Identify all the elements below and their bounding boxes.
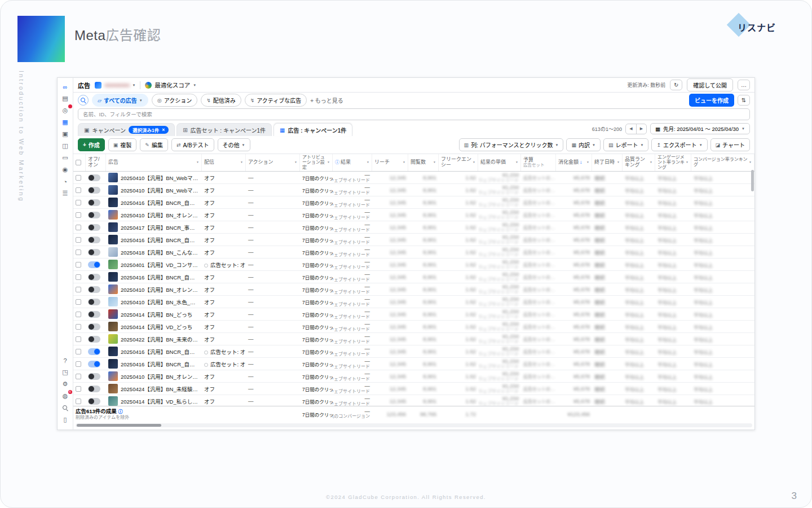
- bell-icon[interactable]: ◍4: [59, 391, 72, 401]
- ad-toggle[interactable]: [88, 199, 100, 206]
- row-checkbox[interactable]: [76, 237, 81, 243]
- ad-name[interactable]: 20250416【汎用】BNCR_自己啓発: [121, 348, 200, 356]
- duplicate-button[interactable]: ▣複製: [108, 138, 137, 151]
- col-onoff[interactable]: オフ/オン: [86, 154, 106, 171]
- row-checkbox[interactable]: [76, 312, 81, 317]
- table-row[interactable]: 20250410【汎用】BN_水色_シンプル_求人... オフ — 7日間のクリ…: [73, 296, 754, 308]
- table-row[interactable]: 20250414【汎用】VD_どっち オフ — 7日間のクリッ... —ウェブサ…: [73, 321, 754, 333]
- table-row[interactable]: 20250416【汎用】BNCR_自己啓発 オフ — 7日間のクリッ... —ウ…: [73, 234, 754, 246]
- ads-reporting-icon[interactable]: ▣: [59, 129, 72, 139]
- edit-button[interactable]: ✎編集: [140, 138, 168, 151]
- meta-logo[interactable]: ∞: [59, 81, 72, 92]
- row-checkbox[interactable]: [76, 200, 81, 205]
- ad-toggle[interactable]: [88, 249, 100, 256]
- ad-name[interactable]: 20250410【汎用】BN_オレンジ_グラデーシ...: [121, 373, 200, 380]
- sort-icon[interactable]: ▼: [294, 161, 297, 164]
- action-filter[interactable]: ◎アクション: [152, 94, 197, 107]
- row-checkbox[interactable]: [76, 386, 81, 392]
- ab-test-button[interactable]: ⇄A/Bテスト: [171, 138, 214, 151]
- export-button[interactable]: ↥エクスポート▼: [651, 138, 707, 151]
- ad-name[interactable]: 20250417【汎用】BNCR_事業会社向け: [121, 224, 200, 231]
- gear-icon[interactable]: ⚙: [59, 379, 72, 389]
- table-row[interactable]: 20250410【汎用】BN_Webマーケターの1日 オフ — 7日間のクリッ.…: [73, 184, 754, 196]
- ad-toggle[interactable]: [88, 336, 100, 343]
- ad-toggle[interactable]: [88, 286, 100, 293]
- tab-campaigns[interactable]: ▣ キャンペーン 選択済み1件×: [78, 123, 175, 136]
- ad-name[interactable]: 20250410【汎用】BN_Webマーケターの1日: [121, 174, 200, 182]
- table-row[interactable]: 20250414【汎用】BN_どっち オフ — 7日間のクリッ... —ウェブサ…: [73, 308, 754, 321]
- delivered-filter[interactable]: ↯配信済み: [201, 94, 241, 107]
- selected-count-badge[interactable]: 選択済み1件×: [129, 126, 169, 134]
- sort-icon[interactable]: ▼: [650, 161, 652, 164]
- refresh-button[interactable]: ↻: [670, 80, 682, 90]
- date-range-picker[interactable]: ▦先月: 2025/04/01 〜 2025/04/30▼: [650, 123, 750, 134]
- col-views[interactable]: 閲覧数▼: [408, 154, 439, 171]
- billing-icon[interactable]: ▭: [59, 152, 72, 163]
- widgets-icon[interactable]: ◳: [59, 367, 72, 378]
- review-publish-button[interactable]: 確認して公開: [687, 78, 733, 91]
- scrollbar-thumb[interactable]: [77, 424, 161, 427]
- business-tools-icon[interactable]: ▯: [59, 414, 72, 425]
- ad-toggle[interactable]: [88, 261, 100, 268]
- ad-name[interactable]: 20250401【汎用】VD_コンサル_風景_1: [121, 261, 200, 269]
- table-row[interactable]: 20250414【汎用】VD_私らしく-未経験から オフ — 7日間のクリッ..…: [73, 395, 754, 406]
- ad-name[interactable]: 20250410【汎用】BN_水色_シンプル_求人...: [121, 298, 200, 306]
- active-ads-filter[interactable]: ↯アクティブな広告: [245, 94, 307, 107]
- create-button[interactable]: +作成: [78, 138, 105, 151]
- row-checkbox[interactable]: [76, 361, 81, 367]
- row-checkbox[interactable]: [76, 212, 81, 218]
- col-engagement-ranking[interactable]: エンゲージメント率ランキング▼: [655, 154, 691, 171]
- more-options-button[interactable]: …: [738, 80, 750, 90]
- help-icon[interactable]: ?: [59, 355, 72, 366]
- prev-page-button[interactable]: ◀: [626, 124, 636, 134]
- table-row[interactable]: 20250410【汎用】BN_オレンジ_グラデーシ... オフ — 7日間のクリ…: [73, 370, 754, 383]
- table-row[interactable]: 20250416【汎用】BNCR_自己啓発 オフ — 7日間のクリッ... —ウ…: [73, 271, 754, 283]
- close-icon[interactable]: ×: [162, 127, 165, 133]
- tab-ads[interactable]: ▦ 広告 : キャンペーン1件: [273, 123, 352, 136]
- col-result[interactable]: ⓘ結果▼: [333, 154, 372, 171]
- select-all-checkbox[interactable]: [76, 160, 81, 165]
- ad-toggle[interactable]: [88, 361, 100, 367]
- ad-name[interactable]: 20250414【汎用】BN_どっち: [121, 310, 192, 318]
- horizontal-scrollbar[interactable]: [76, 423, 752, 427]
- row-checkbox[interactable]: [76, 299, 81, 305]
- account-selector[interactable]: ■■■■■■■■■■ ▼: [95, 82, 135, 89]
- breakdown-button[interactable]: ▦内訳▼: [566, 138, 600, 151]
- col-quality-ranking[interactable]: 品質ランキング▼: [623, 154, 655, 171]
- all-tools-icon[interactable]: ☰: [59, 188, 72, 199]
- ad-name[interactable]: 20250410【汎用】BN_オレンジ_グラデーシ...: [121, 286, 200, 294]
- col-conversion-ranking[interactable]: コンバージョン率ランキング▼: [691, 154, 754, 171]
- col-amount-spent[interactable]: 消化金額↓▼: [556, 154, 592, 171]
- ad-name[interactable]: 20250416【汎用】BNCR_自己啓発: [121, 360, 200, 368]
- col-delivery[interactable]: 配信▼: [202, 154, 246, 171]
- col-attribution[interactable]: アトリビューション設定▼: [300, 154, 333, 171]
- table-row[interactable]: 20250401【汎用】VD_コンサル_風景_1 広告セット: オフ — 7日間…: [73, 259, 754, 271]
- ad-name[interactable]: 20250416【汎用】BNCR_自己啓発: [121, 236, 200, 244]
- ad-toggle[interactable]: [88, 348, 100, 355]
- sort-icon[interactable]: ▼: [240, 161, 243, 164]
- ad-toggle[interactable]: [88, 212, 100, 218]
- table-row[interactable]: 20250416【汎用】BNCR_自己啓発 オフ — 7日間のクリッ... —ウ…: [73, 196, 754, 209]
- next-page-button[interactable]: ▶: [636, 124, 646, 134]
- sort-icon[interactable]: ▼: [515, 161, 518, 164]
- sort-icon[interactable]: ▼: [749, 161, 752, 164]
- view-settings-button[interactable]: ⇅: [738, 95, 750, 106]
- tab-adsets[interactable]: ⊞ 広告セット : キャンペーン1件: [176, 123, 272, 136]
- row-checkbox[interactable]: [76, 225, 81, 230]
- table-row[interactable]: 20250410【汎用】BN_Webマーケターの1日 オフ — 7日間のクリッ.…: [73, 172, 754, 184]
- row-checkbox[interactable]: [76, 324, 81, 330]
- row-checkbox[interactable]: [76, 287, 81, 292]
- columns-button[interactable]: ▥列: パフォーマンスとクリック数▼: [459, 138, 564, 151]
- ad-toggle[interactable]: [88, 174, 100, 181]
- more-filters-link[interactable]: + もっと見る: [310, 96, 343, 104]
- ad-name[interactable]: 20250414【汎用】VD_私らしく-未経験から: [121, 397, 200, 405]
- events-manager-icon[interactable]: ◉: [59, 164, 72, 175]
- sort-icon[interactable]: ▼: [473, 161, 475, 164]
- table-row[interactable]: 20250416【汎用】BNCR_自己啓発 広告セット: オフ — 7日間のクリ…: [73, 358, 754, 370]
- table-row[interactable]: 20250418【汎用】BN_こんなはずじゃなか... オフ — 7日間のクリッ…: [73, 246, 754, 259]
- search-input[interactable]: [78, 108, 750, 120]
- row-checkbox[interactable]: [76, 187, 81, 193]
- ad-toggle[interactable]: [88, 398, 100, 405]
- ad-toggle[interactable]: [88, 299, 100, 305]
- all-ads-filter[interactable]: ▱すべての広告▼: [92, 94, 148, 107]
